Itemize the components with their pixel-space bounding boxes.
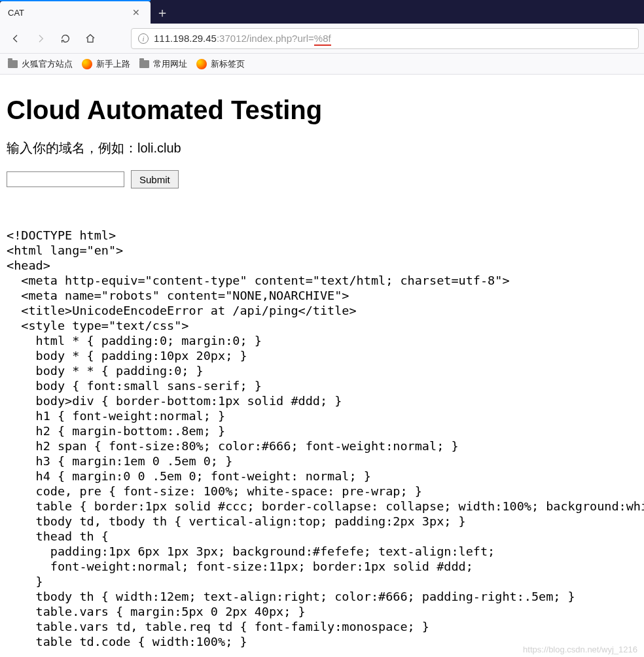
submit-button[interactable]: Submit bbox=[131, 170, 179, 188]
new-tab-button[interactable]: ＋ bbox=[151, 1, 174, 24]
watermark: https://blog.csdn.net/wyj_1216 bbox=[523, 645, 637, 654]
bookmark-label: 常用网址 bbox=[153, 58, 187, 70]
nav-toolbar: i 111.198.29.45:37012/index.php?url=%8f bbox=[0, 24, 644, 54]
page-title: Cloud Automated Testing bbox=[7, 96, 637, 125]
domain-input[interactable] bbox=[7, 171, 124, 187]
url-query-highlight: %8f bbox=[314, 33, 331, 46]
url-path: :37012/index.php?url= bbox=[217, 33, 314, 44]
tab-strip: CAT ✕ ＋ bbox=[0, 0, 644, 24]
bookmark-label: 火狐官方站点 bbox=[22, 58, 73, 70]
forward-button[interactable] bbox=[30, 28, 51, 49]
folder-icon bbox=[139, 60, 149, 68]
firefox-icon bbox=[82, 59, 92, 69]
url-bar[interactable]: i 111.198.29.45:37012/index.php?url=%8f bbox=[131, 28, 639, 49]
firefox-icon bbox=[196, 59, 207, 69]
domain-prompt: 输入你的域名，例如：loli.club bbox=[7, 139, 637, 157]
url-text: 111.198.29.45:37012/index.php?url=%8f bbox=[154, 33, 632, 44]
tab-title: CAT bbox=[8, 8, 130, 18]
bookmark-item-3[interactable]: 新标签页 bbox=[196, 58, 245, 70]
bookmarks-bar: 火狐官方站点 新手上路 常用网址 新标签页 bbox=[0, 54, 644, 75]
page-content: Cloud Automated Testing 输入你的域名，例如：loli.c… bbox=[0, 75, 644, 657]
info-icon[interactable]: i bbox=[138, 33, 149, 44]
back-button[interactable] bbox=[5, 28, 26, 49]
close-icon[interactable]: ✕ bbox=[130, 6, 143, 19]
browser-chrome: CAT ✕ ＋ i 111.198.29.45:37012/index.php?… bbox=[0, 0, 644, 75]
bookmark-item-2[interactable]: 常用网址 bbox=[139, 58, 187, 70]
bookmark-item-1[interactable]: 新手上路 bbox=[82, 58, 130, 70]
bookmark-item-0[interactable]: 火狐官方站点 bbox=[8, 58, 73, 70]
url-host: 111.198.29.45 bbox=[154, 33, 217, 44]
folder-icon bbox=[8, 60, 18, 68]
raw-response-output: <!DOCTYPE html> <html lang="en"> <head> … bbox=[7, 228, 637, 649]
domain-form: Submit bbox=[7, 170, 637, 188]
reload-button[interactable] bbox=[55, 28, 76, 49]
bookmark-label: 新手上路 bbox=[96, 58, 130, 70]
browser-tab[interactable]: CAT ✕ bbox=[0, 1, 151, 24]
home-button[interactable] bbox=[80, 28, 101, 49]
bookmark-label: 新标签页 bbox=[211, 58, 245, 70]
active-tab-accent bbox=[0, 0, 151, 1]
